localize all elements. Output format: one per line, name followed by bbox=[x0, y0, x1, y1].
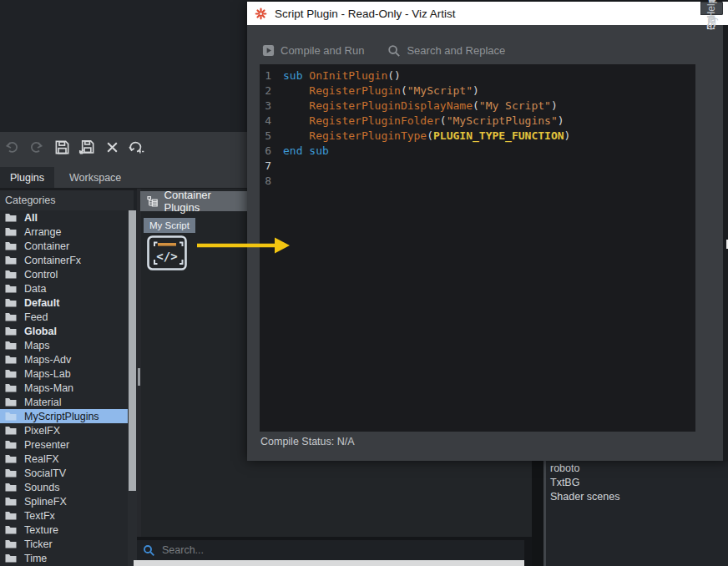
category-label: Material bbox=[24, 397, 61, 408]
scene-item-txtbg[interactable]: TxtBG bbox=[546, 475, 728, 489]
code-line-8[interactable]: 8 bbox=[260, 174, 695, 189]
folder-icon bbox=[5, 440, 17, 449]
category-item-presenter[interactable]: Presenter bbox=[0, 437, 128, 452]
line-code: RegisterPlugin("MyScript") bbox=[283, 83, 479, 99]
side-tab-label: Help bbox=[706, 0, 718, 18]
scene-list-panel: robotoTxtBGShader scenes bbox=[546, 461, 728, 566]
viz-logo-icon bbox=[255, 8, 267, 20]
code-line-1[interactable]: 1sub OnInitPlugin() bbox=[260, 68, 695, 83]
folder-icon bbox=[5, 298, 17, 307]
code-line-3[interactable]: 3 RegisterPluginDisplayName("My Script") bbox=[260, 99, 695, 114]
category-label: Texture bbox=[24, 524, 58, 536]
folder-icon bbox=[5, 426, 17, 435]
folder-icon bbox=[5, 412, 17, 421]
code-line-6[interactable]: 6end sub bbox=[260, 144, 695, 159]
code-line-2[interactable]: 2 RegisterPlugin("MyScript") bbox=[260, 83, 695, 99]
categories-scrollbar-thumb[interactable] bbox=[129, 210, 136, 491]
folder-icon bbox=[5, 383, 17, 392]
folder-icon bbox=[5, 355, 17, 364]
line-number: 7 bbox=[260, 159, 283, 174]
scene-item-shader-scenes[interactable]: Shader scenes bbox=[546, 489, 728, 503]
category-item-data[interactable]: Data bbox=[0, 281, 128, 296]
category-item-realfx[interactable]: RealFX bbox=[0, 452, 128, 466]
tab-workspace[interactable]: Workspace bbox=[59, 167, 131, 189]
code-line-5[interactable]: 5 RegisterPluginType(PLUGIN_TYPE_FUNCTIO… bbox=[260, 129, 695, 144]
container-plugins-header[interactable]: Container Plugins bbox=[140, 191, 247, 211]
save-icon[interactable] bbox=[52, 137, 72, 157]
category-item-socialtv[interactable]: SocialTV bbox=[0, 466, 128, 480]
category-label: Control bbox=[24, 269, 58, 280]
compile-status: Compile Status: N/A bbox=[260, 436, 355, 447]
folder-icon bbox=[5, 397, 17, 407]
category-label: Default bbox=[24, 297, 59, 309]
right-panel-gap bbox=[532, 461, 543, 566]
categories-scrollbar[interactable] bbox=[128, 210, 137, 566]
category-item-texture[interactable]: Texture bbox=[0, 523, 128, 537]
category-label: Maps-Lab bbox=[24, 368, 71, 380]
redo-icon[interactable] bbox=[27, 137, 47, 157]
window-titlebar[interactable]: Script Plugin - Read-Only - Viz Artist bbox=[247, 2, 728, 25]
category-item-global[interactable]: Global bbox=[0, 324, 128, 338]
tree-icon bbox=[147, 195, 159, 207]
category-item-ticker[interactable]: Ticker bbox=[0, 537, 128, 551]
category-item-maps[interactable]: Maps bbox=[0, 338, 128, 352]
save-as-icon[interactable] bbox=[77, 137, 97, 157]
category-item-myscriptplugins[interactable]: MyScriptPlugins bbox=[0, 409, 128, 423]
category-label: Ticker bbox=[24, 538, 53, 550]
category-label: Sounds bbox=[24, 482, 59, 493]
category-item-arrange[interactable]: Arrange bbox=[0, 225, 128, 239]
category-item-default[interactable]: Default bbox=[0, 296, 128, 310]
tab-plugins[interactable]: Plugins bbox=[0, 167, 54, 189]
folder-icon bbox=[5, 312, 17, 321]
category-item-splinefx[interactable]: SplineFX bbox=[0, 494, 128, 508]
category-label: SplineFX bbox=[24, 496, 67, 508]
category-label: Container bbox=[24, 240, 69, 252]
category-item-all[interactable]: All bbox=[0, 210, 128, 225]
category-item-maps-man[interactable]: Maps-Man bbox=[0, 381, 128, 395]
annotation-arrow-icon bbox=[195, 235, 291, 256]
code-line-7[interactable]: 7 bbox=[260, 159, 695, 174]
category-item-maps-adv[interactable]: Maps-Adv bbox=[0, 352, 128, 366]
folder-icon bbox=[5, 539, 17, 548]
category-item-time[interactable]: Time bbox=[0, 551, 128, 565]
category-label: Feed bbox=[24, 311, 48, 323]
horizontal-scrollbar[interactable] bbox=[134, 560, 524, 566]
category-item-textfx[interactable]: TextFx bbox=[0, 508, 128, 523]
category-label: Arrange bbox=[24, 226, 61, 238]
compile-and-run-label: Compile and Run bbox=[281, 44, 364, 57]
splitter-grip[interactable] bbox=[138, 368, 140, 386]
delete-icon[interactable] bbox=[102, 137, 122, 157]
category-item-material[interactable]: Material bbox=[0, 395, 128, 409]
category-item-maps-lab[interactable]: Maps-Lab bbox=[0, 366, 128, 381]
folder-icon bbox=[5, 468, 17, 478]
categories-header: Categories bbox=[0, 190, 134, 210]
category-label: All bbox=[24, 212, 38, 224]
my-script-plugin-label[interactable]: My Script bbox=[144, 218, 195, 233]
category-item-sounds[interactable]: Sounds bbox=[0, 480, 128, 494]
magnifier-icon bbox=[387, 44, 401, 58]
transfer-icon[interactable] bbox=[127, 137, 147, 157]
folder-icon bbox=[5, 284, 17, 293]
category-item-pixelfx[interactable]: PixelFX bbox=[0, 423, 128, 437]
my-script-plugin-icon[interactable]: </> bbox=[147, 235, 187, 274]
line-code: RegisterPluginDisplayName("My Script") bbox=[283, 99, 558, 114]
search-and-replace-button[interactable]: Search and Replace bbox=[387, 44, 505, 58]
categories-list: All Arrange Container ContainerFx Contro… bbox=[0, 210, 128, 566]
category-item-control[interactable]: Control bbox=[0, 267, 128, 281]
left-toolbar: Plugins Workspace bbox=[0, 132, 247, 189]
category-item-container[interactable]: Container bbox=[0, 239, 128, 253]
search-bar bbox=[137, 540, 524, 560]
folder-icon bbox=[5, 241, 17, 250]
side-tab-help[interactable]: Help bbox=[700, 2, 723, 15]
compile-and-run-button[interactable]: Compile and Run bbox=[262, 44, 364, 57]
code-line-4[interactable]: 4 RegisterPluginFolder("MyScriptPlugins"… bbox=[260, 114, 695, 129]
category-item-feed[interactable]: Feed bbox=[0, 310, 128, 324]
code-editor[interactable]: 1sub OnInitPlugin()2 RegisterPlugin("MyS… bbox=[260, 64, 695, 432]
folder-icon bbox=[5, 255, 17, 265]
scene-item-roboto[interactable]: roboto bbox=[546, 461, 728, 475]
category-item-containerfx[interactable]: ContainerFx bbox=[0, 253, 128, 267]
undo-icon[interactable] bbox=[2, 137, 22, 157]
search-input[interactable] bbox=[162, 544, 479, 556]
category-label: Data bbox=[24, 283, 46, 295]
folder-icon bbox=[5, 483, 17, 492]
